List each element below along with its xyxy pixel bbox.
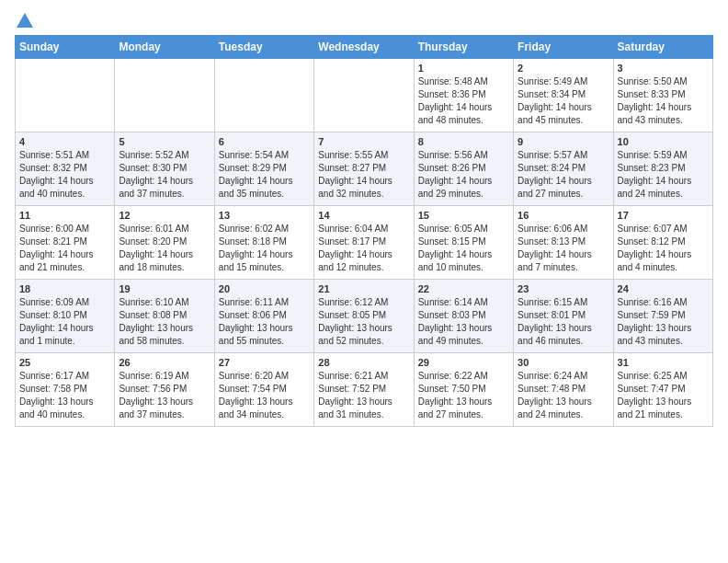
calendar-cell: 30Sunrise: 6:24 AM Sunset: 7:48 PM Dayli…: [514, 353, 613, 427]
cell-day-number: 8: [418, 136, 509, 147]
calendar-cell: 24Sunrise: 6:16 AM Sunset: 7:59 PM Dayli…: [613, 280, 712, 353]
weekday-header: Monday: [115, 36, 214, 59]
cell-sun-info: Sunrise: 6:07 AM Sunset: 8:12 PM Dayligh…: [618, 223, 709, 274]
calendar-cell: 13Sunrise: 6:02 AM Sunset: 8:18 PM Dayli…: [214, 206, 313, 280]
cell-day-number: 13: [219, 210, 310, 221]
cell-sun-info: Sunrise: 5:55 AM Sunset: 8:27 PM Dayligh…: [318, 149, 409, 201]
cell-day-number: 1: [418, 63, 509, 74]
cell-sun-info: Sunrise: 6:20 AM Sunset: 7:54 PM Dayligh…: [219, 370, 310, 421]
weekday-header: Tuesday: [214, 36, 313, 59]
cell-day-number: 4: [19, 136, 110, 147]
cell-day-number: 5: [119, 136, 210, 147]
weekday-header: Wednesday: [314, 36, 414, 59]
cell-day-number: 21: [318, 283, 409, 294]
cell-day-number: 31: [618, 357, 709, 368]
svg-marker-0: [17, 13, 33, 28]
calendar-cell: 23Sunrise: 6:15 AM Sunset: 8:01 PM Dayli…: [514, 280, 613, 353]
calendar-cell: 7Sunrise: 5:55 AM Sunset: 8:27 PM Daylig…: [314, 132, 414, 206]
cell-day-number: 15: [418, 210, 509, 221]
calendar-cell: 22Sunrise: 6:14 AM Sunset: 8:03 PM Dayli…: [414, 280, 513, 353]
cell-sun-info: Sunrise: 6:19 AM Sunset: 7:56 PM Dayligh…: [119, 370, 210, 421]
cell-day-number: 23: [518, 283, 609, 294]
cell-sun-info: Sunrise: 6:21 AM Sunset: 7:52 PM Dayligh…: [318, 370, 409, 421]
cell-sun-info: Sunrise: 6:12 AM Sunset: 8:05 PM Dayligh…: [318, 296, 409, 348]
logo: [15, 15, 33, 28]
calendar-cell: 1Sunrise: 5:48 AM Sunset: 8:36 PM Daylig…: [414, 59, 513, 132]
calendar-cell: [214, 59, 313, 132]
weekday-header: Friday: [514, 36, 613, 59]
cell-day-number: 11: [19, 210, 110, 221]
cell-sun-info: Sunrise: 6:14 AM Sunset: 8:03 PM Dayligh…: [418, 296, 509, 348]
cell-day-number: 7: [318, 136, 409, 147]
cell-sun-info: Sunrise: 5:51 AM Sunset: 8:32 PM Dayligh…: [19, 149, 110, 201]
calendar-cell: 19Sunrise: 6:10 AM Sunset: 8:08 PM Dayli…: [115, 280, 214, 353]
calendar-week-row: 25Sunrise: 6:17 AM Sunset: 7:58 PM Dayli…: [16, 353, 713, 427]
calendar-cell: 29Sunrise: 6:22 AM Sunset: 7:50 PM Dayli…: [414, 353, 513, 427]
cell-sun-info: Sunrise: 5:54 AM Sunset: 8:29 PM Dayligh…: [219, 149, 310, 201]
calendar-cell: 9Sunrise: 5:57 AM Sunset: 8:24 PM Daylig…: [514, 132, 613, 206]
calendar-cell: 16Sunrise: 6:06 AM Sunset: 8:13 PM Dayli…: [514, 206, 613, 280]
cell-day-number: 3: [618, 63, 709, 74]
cell-sun-info: Sunrise: 6:09 AM Sunset: 8:10 PM Dayligh…: [19, 296, 110, 348]
cell-sun-info: Sunrise: 6:22 AM Sunset: 7:50 PM Dayligh…: [418, 370, 509, 421]
cell-day-number: 28: [318, 357, 409, 368]
calendar-week-row: 1Sunrise: 5:48 AM Sunset: 8:36 PM Daylig…: [16, 59, 713, 132]
cell-day-number: 20: [219, 283, 310, 294]
cell-day-number: 26: [119, 357, 210, 368]
calendar-cell: 18Sunrise: 6:09 AM Sunset: 8:10 PM Dayli…: [16, 280, 115, 353]
cell-sun-info: Sunrise: 6:16 AM Sunset: 7:59 PM Dayligh…: [618, 296, 709, 348]
cell-sun-info: Sunrise: 6:00 AM Sunset: 8:21 PM Dayligh…: [19, 223, 110, 274]
calendar-cell: 5Sunrise: 5:52 AM Sunset: 8:30 PM Daylig…: [115, 132, 214, 206]
calendar-cell: 14Sunrise: 6:04 AM Sunset: 8:17 PM Dayli…: [314, 206, 414, 280]
cell-sun-info: Sunrise: 6:15 AM Sunset: 8:01 PM Dayligh…: [518, 296, 609, 348]
calendar-table: SundayMondayTuesdayWednesdayThursdayFrid…: [15, 35, 713, 427]
cell-sun-info: Sunrise: 5:59 AM Sunset: 8:23 PM Dayligh…: [618, 149, 709, 201]
calendar-week-row: 4Sunrise: 5:51 AM Sunset: 8:32 PM Daylig…: [16, 132, 713, 206]
cell-sun-info: Sunrise: 6:06 AM Sunset: 8:13 PM Dayligh…: [518, 223, 609, 274]
cell-day-number: 27: [219, 357, 310, 368]
calendar-week-row: 11Sunrise: 6:00 AM Sunset: 8:21 PM Dayli…: [16, 206, 713, 280]
cell-sun-info: Sunrise: 6:24 AM Sunset: 7:48 PM Dayligh…: [518, 370, 609, 421]
cell-day-number: 16: [518, 210, 609, 221]
cell-sun-info: Sunrise: 5:52 AM Sunset: 8:30 PM Dayligh…: [119, 149, 210, 201]
calendar-cell: 2Sunrise: 5:49 AM Sunset: 8:34 PM Daylig…: [514, 59, 613, 132]
cell-day-number: 29: [418, 357, 509, 368]
calendar-week-row: 18Sunrise: 6:09 AM Sunset: 8:10 PM Dayli…: [16, 280, 713, 353]
calendar-header: SundayMondayTuesdayWednesdayThursdayFrid…: [16, 36, 713, 59]
cell-sun-info: Sunrise: 6:01 AM Sunset: 8:20 PM Dayligh…: [119, 223, 210, 274]
cell-day-number: 12: [119, 210, 210, 221]
weekday-header: Saturday: [613, 36, 712, 59]
cell-sun-info: Sunrise: 6:02 AM Sunset: 8:18 PM Dayligh…: [219, 223, 310, 274]
calendar-cell: 25Sunrise: 6:17 AM Sunset: 7:58 PM Dayli…: [16, 353, 115, 427]
calendar-cell: 6Sunrise: 5:54 AM Sunset: 8:29 PM Daylig…: [214, 132, 313, 206]
cell-day-number: 19: [119, 283, 210, 294]
calendar-cell: 8Sunrise: 5:56 AM Sunset: 8:26 PM Daylig…: [414, 132, 513, 206]
cell-sun-info: Sunrise: 6:11 AM Sunset: 8:06 PM Dayligh…: [219, 296, 310, 348]
calendar-cell: 26Sunrise: 6:19 AM Sunset: 7:56 PM Dayli…: [115, 353, 214, 427]
logo-icon: [17, 13, 33, 28]
cell-sun-info: Sunrise: 5:57 AM Sunset: 8:24 PM Dayligh…: [518, 149, 609, 201]
calendar-cell: 11Sunrise: 6:00 AM Sunset: 8:21 PM Dayli…: [16, 206, 115, 280]
calendar-cell: 15Sunrise: 6:05 AM Sunset: 8:15 PM Dayli…: [414, 206, 513, 280]
calendar-cell: 20Sunrise: 6:11 AM Sunset: 8:06 PM Dayli…: [214, 280, 313, 353]
calendar-cell: [314, 59, 414, 132]
cell-sun-info: Sunrise: 6:04 AM Sunset: 8:17 PM Dayligh…: [318, 223, 409, 274]
cell-day-number: 25: [19, 357, 110, 368]
calendar-cell: 27Sunrise: 6:20 AM Sunset: 7:54 PM Dayli…: [214, 353, 313, 427]
cell-sun-info: Sunrise: 6:05 AM Sunset: 8:15 PM Dayligh…: [418, 223, 509, 274]
cell-sun-info: Sunrise: 6:25 AM Sunset: 7:47 PM Dayligh…: [618, 370, 709, 421]
calendar-cell: 17Sunrise: 6:07 AM Sunset: 8:12 PM Dayli…: [613, 206, 712, 280]
weekday-header: Thursday: [414, 36, 513, 59]
calendar-cell: 28Sunrise: 6:21 AM Sunset: 7:52 PM Dayli…: [314, 353, 414, 427]
weekday-header: Sunday: [16, 36, 115, 59]
cell-day-number: 14: [318, 210, 409, 221]
cell-day-number: 2: [518, 63, 609, 74]
cell-sun-info: Sunrise: 5:49 AM Sunset: 8:34 PM Dayligh…: [518, 75, 609, 127]
calendar-cell: 12Sunrise: 6:01 AM Sunset: 8:20 PM Dayli…: [115, 206, 214, 280]
calendar-cell: 4Sunrise: 5:51 AM Sunset: 8:32 PM Daylig…: [16, 132, 115, 206]
cell-day-number: 9: [518, 136, 609, 147]
cell-sun-info: Sunrise: 5:50 AM Sunset: 8:33 PM Dayligh…: [618, 75, 709, 127]
calendar-cell: 31Sunrise: 6:25 AM Sunset: 7:47 PM Dayli…: [613, 353, 712, 427]
calendar-cell: 10Sunrise: 5:59 AM Sunset: 8:23 PM Dayli…: [613, 132, 712, 206]
cell-day-number: 22: [418, 283, 509, 294]
